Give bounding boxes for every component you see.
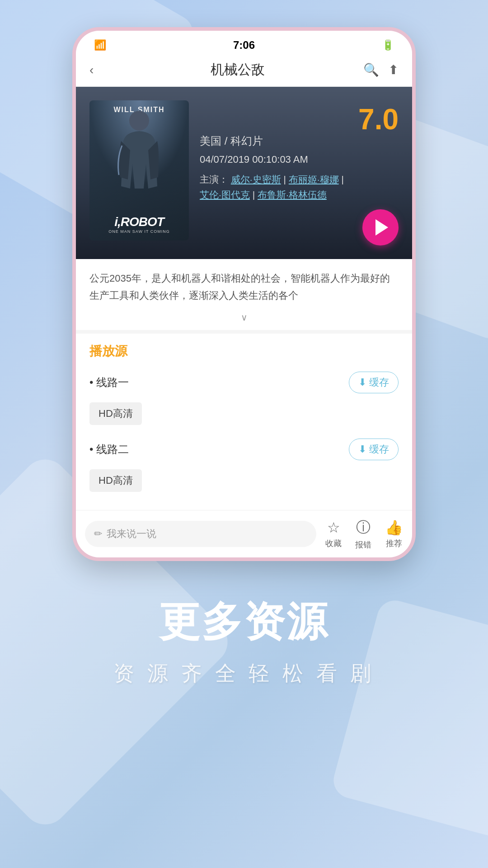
cast-separator-2: |	[342, 174, 344, 184]
status-time: 7:06	[233, 39, 255, 52]
cast-separator-1: |	[284, 174, 289, 184]
movie-cast: 主演： 威尔·史密斯 | 布丽姬·穆娜 | 艾伦·图代克 | 布鲁斯·格林伍德	[200, 172, 399, 202]
nav-bar: ‹ 机械公敌 🔍 ⬆	[76, 56, 412, 87]
cast-member-1[interactable]: 威尔·史密斯	[231, 174, 281, 184]
cast-member-3[interactable]: 艾伦·图代克	[200, 189, 250, 200]
movie-content: WILL SMITH i,ROBOT ONE MAN S	[89, 100, 399, 245]
movie-description: 公元2035年，是人和机器人和谐相处的社会，智能机器人作为最好的生产工具和人类伙…	[76, 259, 412, 308]
promo-main-text: 更多资源	[27, 597, 461, 646]
phone-wrapper: 📶 7:06 🔋 ‹ 机械公敌 🔍 ⬆ WILL SMITH	[0, 0, 488, 561]
source-label-2: • 线路二	[89, 442, 129, 457]
report-action[interactable]: ⓘ 报错	[355, 518, 371, 550]
cache-button-1[interactable]: ⬇ 缓存	[349, 372, 399, 393]
source-options-1: HD高清	[89, 398, 399, 434]
expand-button[interactable]: ∨	[76, 308, 412, 330]
recommend-action[interactable]: 👍 推荐	[385, 519, 403, 549]
favorite-action[interactable]: ☆ 收藏	[325, 519, 342, 549]
svg-point-0	[129, 111, 149, 131]
bottom-actions: ☆ 收藏 ⓘ 报错 👍 推荐	[325, 518, 403, 550]
battery-icon: 🔋	[382, 39, 394, 51]
promo-section: 更多资源 资 源 齐 全 轻 松 看 剧	[0, 561, 488, 733]
source-options-2: HD高清	[89, 465, 399, 501]
bottom-bar: ✏ 我来说一说 ☆ 收藏 ⓘ 报错 👍 推荐	[76, 510, 412, 557]
page-title: 机械公敌	[112, 61, 363, 79]
poster-logo: i,ROBOT ONE MAN SAW IT COMING	[89, 216, 189, 234]
status-right-icons: 🔋	[382, 39, 394, 51]
movie-genre: 美国 / 科幻片	[200, 134, 399, 148]
cast-member-4[interactable]: 布鲁斯·格林伍德	[258, 189, 327, 200]
favorite-icon: ☆	[327, 519, 340, 536]
back-button[interactable]: ‹	[89, 63, 112, 77]
status-left-icons: 📶	[94, 39, 106, 51]
share-icon[interactable]: ⬆	[388, 62, 399, 77]
cast-separator-3: |	[253, 189, 258, 200]
nav-actions: 🔍 ⬆	[363, 62, 399, 77]
favorite-label: 收藏	[325, 538, 342, 549]
recommend-icon: 👍	[385, 519, 403, 536]
quality-hd-2[interactable]: HD高清	[89, 469, 142, 492]
poster-logo-sub: ONE MAN SAW IT COMING	[89, 229, 189, 234]
movie-info: 7.0 美国 / 科幻片 04/07/2019 00:10:03 AM 主演： …	[200, 100, 399, 245]
phone-frame: 📶 7:06 🔋 ‹ 机械公敌 🔍 ⬆ WILL SMITH	[72, 27, 416, 561]
poster-figure	[112, 105, 166, 218]
promo-sub-text: 资 源 齐 全 轻 松 看 剧	[27, 660, 461, 688]
comment-placeholder: 我来说一说	[107, 527, 156, 541]
source-row-1: • 线路一 ⬇ 缓存	[89, 367, 399, 398]
status-bar: 📶 7:06 🔋	[76, 31, 412, 56]
cache-icon-2: ⬇	[358, 443, 366, 455]
report-icon: ⓘ	[356, 518, 371, 538]
poster-logo-text: i,ROBOT	[89, 216, 189, 228]
search-icon[interactable]: 🔍	[363, 62, 379, 77]
cast-label: 主演：	[200, 174, 228, 184]
play-button[interactable]	[362, 209, 399, 245]
sources-title: 播放源	[89, 334, 399, 367]
cache-icon-1: ⬇	[358, 377, 366, 388]
report-label: 报错	[355, 539, 371, 550]
wifi-icon: 📶	[94, 39, 106, 51]
movie-poster: WILL SMITH i,ROBOT ONE MAN S	[89, 100, 189, 241]
edit-icon: ✏	[94, 528, 102, 540]
movie-date: 04/07/2019 00:10:03 AM	[200, 154, 399, 165]
comment-input[interactable]: ✏ 我来说一说	[85, 521, 316, 547]
cache-label-2: 缓存	[369, 443, 389, 456]
source-row-2: • 线路二 ⬇ 缓存	[89, 434, 399, 465]
cache-label-1: 缓存	[369, 376, 389, 389]
recommend-label: 推荐	[386, 538, 402, 549]
movie-hero: WILL SMITH i,ROBOT ONE MAN S	[76, 87, 412, 259]
expand-icon: ∨	[241, 312, 248, 323]
cast-member-2[interactable]: 布丽姬·穆娜	[289, 174, 339, 184]
play-button-wrapper	[200, 209, 399, 245]
sources-section: 播放源 • 线路一 ⬇ 缓存 HD高清 • 线路二 ⬇ 缓存	[76, 330, 412, 510]
movie-rating: 7.0	[200, 105, 399, 134]
cache-button-2[interactable]: ⬇ 缓存	[349, 439, 399, 460]
source-label-1: • 线路一	[89, 375, 129, 390]
quality-hd-1[interactable]: HD高清	[89, 402, 142, 425]
play-icon	[375, 219, 388, 236]
